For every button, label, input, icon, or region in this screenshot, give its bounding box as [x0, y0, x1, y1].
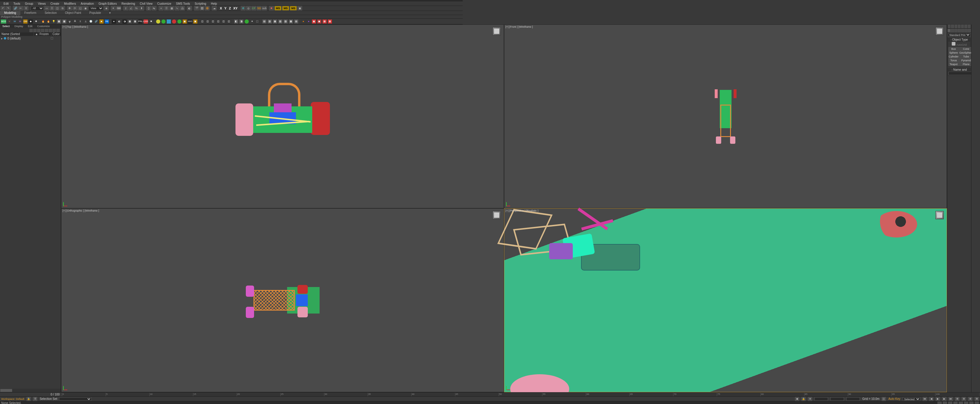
menu-modifiers[interactable]: Modifiers — [62, 2, 78, 5]
unlink-button[interactable]: ✂ — [18, 6, 23, 11]
ribbon-selection[interactable]: Selection — [40, 11, 61, 15]
viewport-top[interactable]: [+] [Top ] [Wireframe ] — [61, 24, 463, 191]
render-frame-button[interactable]: 🖼 — [199, 6, 204, 11]
flame-2[interactable]: 🔥 — [46, 19, 51, 24]
bone-3[interactable]: † — [78, 19, 83, 24]
dark-1[interactable]: ◆ — [28, 19, 33, 24]
tool-end-button[interactable]: ▣ — [298, 6, 302, 11]
gm2-button[interactable]: ■ — [99, 19, 104, 24]
gm-button[interactable]: GM — [23, 19, 28, 24]
pl-1[interactable]: ● — [301, 19, 306, 24]
ribbon-modeling[interactable]: Modeling — [0, 11, 21, 15]
wos-button[interactable]: WOS — [1, 19, 6, 24]
prl-button[interactable]: PRL — [138, 19, 143, 24]
sd-button[interactable]: SD — [257, 6, 261, 11]
bone-4[interactable]: ⊥ — [83, 19, 88, 24]
se-filter-7[interactable] — [52, 29, 56, 32]
ribbon-populate[interactable]: Populate — [85, 11, 105, 15]
viewport-top-label[interactable]: [+] [Top ] [Wireframe ] — [62, 25, 88, 28]
orange-1[interactable]: ▣ — [182, 19, 187, 24]
live-button[interactable]: LIVE — [143, 19, 148, 24]
move-button[interactable]: ✥ — [67, 6, 72, 11]
se-filter-2[interactable] — [33, 29, 37, 32]
scene-1[interactable]: ◫ — [200, 19, 205, 24]
undo-button[interactable]: ↶ — [1, 6, 5, 11]
se-filter-4[interactable] — [41, 29, 44, 32]
tool-cross-button[interactable]: ✖ — [269, 6, 274, 11]
menu-sms-tools[interactable]: SMS Tools — [173, 2, 192, 5]
x-button[interactable]: ✖ — [149, 19, 153, 24]
menu-edit[interactable]: Edit — [1, 2, 11, 5]
schematic-button[interactable]: 品 — [180, 6, 185, 11]
se-filter-8[interactable] — [56, 29, 60, 32]
rb-button[interactable]: RB — [105, 19, 109, 24]
rotate-button[interactable]: ⟳ — [73, 6, 77, 11]
render-button[interactable]: 🔆 — [205, 6, 210, 11]
se-col-name[interactable]: Name (Sorted Ascending) — [0, 32, 33, 36]
ribbon-expand[interactable]: ▾ — [105, 11, 115, 15]
vp-1[interactable]: ◧ — [234, 19, 239, 24]
win-7[interactable]: ▤ — [294, 19, 299, 24]
se-filter-6[interactable] — [49, 29, 52, 32]
pl-5[interactable]: ▦ — [322, 19, 327, 24]
menu-scripting[interactable]: Scripting — [192, 2, 208, 5]
layers-button[interactable]: ☰ — [164, 6, 169, 11]
menu-create[interactable]: Create — [48, 2, 62, 5]
axis-z-button[interactable]: Z — [228, 6, 232, 10]
win-6[interactable]: ▩ — [289, 19, 293, 24]
scene-2[interactable]: ◫ — [205, 19, 210, 24]
menu-animation[interactable]: Animation — [78, 2, 96, 5]
win-3[interactable]: ▦ — [273, 19, 277, 24]
scene-4[interactable]: ◫ — [216, 19, 221, 24]
win-5[interactable]: ▨ — [283, 19, 288, 24]
vp-2[interactable]: ◨ — [239, 19, 244, 24]
bone-2[interactable]: ╩ — [73, 19, 77, 24]
se-tab-select[interactable]: Select — [0, 24, 12, 28]
ribbon-freeform[interactable]: Freeform — [21, 11, 41, 15]
render-setup-button[interactable]: 🎬 — [194, 6, 199, 11]
pl-3[interactable]: ▣ — [312, 19, 317, 24]
snap-angle-button[interactable]: ∠ — [129, 6, 134, 11]
material-editor-button[interactable]: ◐ — [187, 6, 192, 11]
named-sel-button[interactable]: {} — [146, 6, 151, 11]
axis-xy-button[interactable]: XY — [232, 6, 239, 10]
ms-2-button[interactable]: MS — [282, 6, 289, 11]
sphere-2[interactable]: ◐ — [117, 19, 122, 24]
window-crossing-button[interactable]: ⧉ — [60, 6, 65, 11]
menu-rendering[interactable]: Rendering — [119, 2, 137, 5]
scene-6[interactable]: ◫ — [227, 19, 231, 24]
expand-icon[interactable]: ▸ — [1, 37, 3, 40]
menu-tools[interactable]: Tools — [11, 2, 22, 5]
ref-coord-system[interactable]: View — [89, 6, 103, 11]
se-tab-edit[interactable]: Edit — [25, 24, 35, 28]
link-button[interactable]: 🔗 — [13, 6, 18, 11]
vp-dot[interactable] — [244, 19, 249, 24]
ms-1-button[interactable]: MS — [274, 6, 282, 11]
tool-misc-1[interactable]: ⚙ — [241, 6, 245, 11]
ms-3-button[interactable]: MS — [290, 6, 297, 11]
snap-percent-button[interactable]: % — [134, 6, 139, 11]
grid-2[interactable]: ▦ — [133, 19, 137, 24]
select-button[interactable]: ▭ — [44, 6, 49, 11]
pivot-button[interactable]: ◈ — [104, 6, 108, 11]
dot-y[interactable] — [156, 19, 161, 24]
bone-1[interactable]: ╦ — [67, 19, 72, 24]
a360-button[interactable]: ☁ — [212, 6, 216, 11]
scene-5[interactable]: ◫ — [221, 19, 226, 24]
cam-2[interactable]: ▦ — [62, 19, 67, 24]
redo-button[interactable]: ↷ — [6, 6, 11, 11]
se-col-color[interactable]: Color — [51, 32, 61, 36]
menu-views[interactable]: Views — [35, 2, 48, 5]
selection-filter[interactable]: All — [31, 6, 44, 11]
se-tab-customize[interactable]: Customize — [35, 24, 52, 28]
sphere-3[interactable]: ◑ — [122, 19, 127, 24]
win-2[interactable]: ▥ — [267, 19, 272, 24]
placement-button[interactable]: ◉ — [83, 6, 88, 11]
bind-button[interactable]: ⚲ — [24, 6, 28, 11]
curve-editor-button[interactable]: ∿ — [175, 6, 180, 11]
se-filter-1[interactable] — [30, 29, 33, 32]
keyboard-shortcut-button[interactable]: ⌨ — [116, 6, 121, 11]
se-tree[interactable]: ▸ 0 (default) — [0, 36, 61, 191]
menu-customize[interactable]: Customize — [155, 2, 173, 5]
sphere-1[interactable]: ● — [111, 19, 116, 24]
